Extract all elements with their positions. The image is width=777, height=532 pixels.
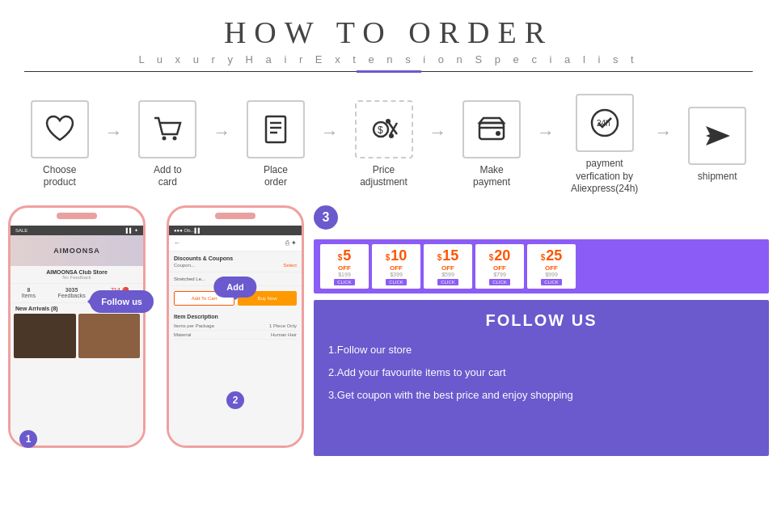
phone2-select[interactable]: Select — [283, 263, 297, 268]
step-choose-product: Chooseproduct — [16, 100, 103, 189]
phone1-logo: AIMOONSA — [53, 247, 100, 255]
step-price-adjustment: $ Priceadjustment — [340, 100, 428, 189]
follow-bubble: Follow us — [90, 290, 154, 313]
phone2-discounts: Discounts & Coupons Coupon... Select — [169, 251, 302, 272]
arrow-4: → — [429, 122, 446, 143]
phone1-items: 8 Items — [22, 287, 36, 299]
phone1-mockup: SALE ▌▌ ✦ AIMOONSA AIMOONSA Club Store N… — [8, 205, 146, 448]
arrow-3: → — [321, 122, 339, 143]
step-label-payment-verification: paymentverfication byAliexpress(24h) — [571, 158, 638, 196]
right-panel: 3 $ 5 OFF $199 CLICK $ 10 OFF $399 CLICK… — [314, 205, 769, 456]
phone1-store-name: AIMOONSA Club Store — [15, 269, 138, 275]
step-shipment: shipment — [674, 107, 761, 184]
svg-point-1 — [173, 136, 177, 140]
phone1-container: SALE ▌▌ ✦ AIMOONSA AIMOONSA Club Store N… — [8, 205, 146, 456]
svg-point-13 — [496, 131, 500, 136]
coupon-item: $ 25 OFF $999 CLICK — [527, 244, 576, 289]
step-label-choose-product: Chooseproduct — [43, 164, 76, 189]
phone1-store-info: AIMOONSA Club Store No Feedback — [11, 266, 143, 284]
arrow-5: → — [537, 122, 555, 143]
coupon-item: $ 20 OFF $799 CLICK — [475, 244, 524, 289]
follow-us-panel: FOLLOW US 1.Follow our store2.Add your f… — [314, 300, 769, 456]
page-header: HOW TO ORDER L u x u r y H a i r E x t e… — [0, 0, 777, 79]
step-icon-cart — [138, 100, 196, 158]
coupon-item: $ 5 OFF $199 CLICK — [320, 244, 369, 289]
header-divider — [24, 70, 753, 73]
phone2-coupon-row: Coupon... Select — [174, 263, 297, 268]
coupon-item: $ 15 OFF $599 CLICK — [424, 244, 472, 289]
phone2-screen: ●●● Ob... ▌▌ ← ⎙ ✦ Discounts & Coupons C… — [169, 226, 302, 445]
step-label-place-order: Placeorder — [264, 164, 288, 189]
phone2-desc-title: Item Description — [174, 314, 297, 319]
bottom-section: SALE ▌▌ ✦ AIMOONSA AIMOONSA Club Store N… — [0, 205, 777, 456]
step-payment-verification: 24h paymentverfication byAliexpress(24h) — [556, 94, 653, 196]
badge-3: 3 — [314, 205, 338, 230]
arrow-1: → — [105, 122, 123, 143]
step-icon-clock: 24h — [576, 94, 634, 152]
step-icon-heart — [31, 100, 89, 158]
follow-panel-title: FOLLOW US — [328, 311, 754, 330]
add-bubble: Add — [213, 277, 256, 298]
badge-1: 1 — [19, 430, 37, 448]
step-label-shipment: shipment — [698, 171, 737, 184]
phone1-thumb-2 — [78, 314, 141, 358]
follow-item: 3.Get coupon with the best price and enj… — [328, 385, 754, 406]
phone1-feedbacks: 3035 Feedbacks — [57, 287, 85, 299]
step-icon-list — [247, 100, 305, 158]
phone1-no-feedback: No Feedback — [15, 275, 138, 280]
phone2-mockup: ●●● Ob... ▌▌ ← ⎙ ✦ Discounts & Coupons C… — [167, 205, 304, 448]
phone1-header: AIMOONSA — [11, 235, 143, 266]
page-subtitle: L u x u r y H a i r E x t e n s i o n S … — [0, 53, 777, 65]
svg-point-11 — [389, 133, 394, 138]
phone1-products — [11, 314, 143, 358]
step-icon-price: $ — [355, 100, 413, 158]
step-label-make-payment: Makepayment — [473, 164, 510, 189]
svg-rect-12 — [479, 123, 504, 139]
arrow-2: → — [213, 122, 230, 143]
step-label-price-adjustment: Priceadjustment — [360, 164, 408, 189]
coupon-bar: $ 5 OFF $199 CLICK $ 10 OFF $399 CLICK $… — [314, 239, 769, 293]
arrow-6: → — [654, 122, 672, 143]
phone1-notch — [57, 213, 97, 219]
phone2-coupon-text: Coupon... — [174, 263, 195, 268]
phone1-status-bar: SALE ▌▌ ✦ — [11, 226, 143, 235]
step-icon-wallet — [462, 100, 521, 158]
phone2-status-bar: ●●● Ob... ▌▌ — [169, 226, 302, 235]
phone2-desc-row-2: Material Human Hair — [174, 331, 297, 340]
phone2-section-title: Discounts & Coupons — [174, 255, 297, 261]
phone1-signal: ▌▌ ✦ — [126, 227, 138, 233]
coupon-item: $ 10 OFF $399 CLICK — [372, 244, 420, 289]
phone2-desc: Item Description Items per Package 1 Pie… — [169, 310, 302, 343]
steps-row: Chooseproduct → Add tocard → Placeorder … — [0, 79, 777, 205]
phone2-nav: ← ⎙ ✦ — [169, 235, 302, 251]
phone1-screen: SALE ▌▌ ✦ AIMOONSA AIMOONSA Club Store N… — [11, 226, 143, 445]
svg-point-0 — [163, 136, 167, 140]
step-make-payment: Makepayment — [448, 100, 535, 189]
step-place-order: Placeorder — [232, 100, 319, 189]
phone2-desc-row-1: Items per Package 1 Piece Only — [174, 322, 297, 331]
step-label-add-to-card: Add tocard — [154, 164, 182, 189]
phone1-status-text: SALE — [15, 228, 27, 233]
step-icon-plane — [688, 107, 746, 165]
phone2-back-icon: ← — [174, 239, 180, 247]
svg-rect-2 — [266, 116, 285, 142]
badge-2: 2 — [226, 391, 244, 409]
follow-panel-list: 1.Follow our store2.Add your favourite i… — [328, 340, 754, 406]
phone2-notch — [215, 213, 255, 219]
phone2-container: ●●● Ob... ▌▌ ← ⎙ ✦ Discounts & Coupons C… — [167, 205, 304, 456]
svg-text:$: $ — [378, 125, 383, 136]
step-add-to-card: Add tocard — [125, 100, 212, 189]
page-title: HOW TO ORDER — [0, 15, 777, 50]
follow-item: 1.Follow our store — [328, 340, 754, 361]
phone1-thumb-1 — [14, 314, 76, 358]
phone2-share-icon: ⎙ ✦ — [285, 239, 297, 247]
svg-point-10 — [386, 119, 391, 124]
follow-item: 2.Add your favourite items to your cart — [328, 362, 754, 383]
